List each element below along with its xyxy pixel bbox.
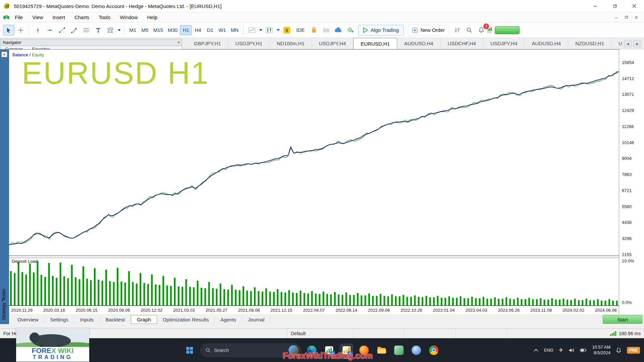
chart-tab-nd100m-h1[interactable]: ND100m,H1: [270, 38, 312, 49]
chart-tab-nzdusd-h1[interactable]: NZDUSD,H1: [568, 38, 611, 49]
navigator-panel-header[interactable]: Navigator ×: [0, 39, 182, 46]
menu-help[interactable]: Help: [143, 12, 162, 22]
taskbar-icon-app-green[interactable]: [392, 344, 406, 357]
timeframe-w1[interactable]: W1: [216, 25, 228, 35]
notifications-bell-button[interactable]: 2: [476, 25, 487, 36]
strategy-tester-label: Strategy Tester: [1, 289, 6, 320]
flight-mode-icon[interactable]: ✈: [559, 347, 563, 353]
language-indicator[interactable]: ENG: [544, 348, 553, 353]
channel-tool-button[interactable]: [68, 25, 80, 36]
navigator-tab-favorites[interactable]: Favorites: [28, 47, 55, 49]
tester-tab-optimization-results[interactable]: Optimization Results: [157, 315, 215, 324]
navigator-tab-common[interactable]: Common: [0, 47, 28, 49]
chart-tab-u[interactable]: U: [611, 38, 623, 49]
ide-button[interactable]: IDE: [293, 25, 308, 36]
taskbar-icon-app-blue[interactable]: [410, 344, 423, 357]
chart-tab-usdjpy-h4[interactable]: USDJPY,H4: [483, 38, 525, 49]
tester-tab-journal[interactable]: Journal: [242, 315, 270, 324]
tune-sliders-button[interactable]: [451, 25, 463, 36]
timeframe-m5[interactable]: M5: [139, 25, 151, 35]
chart-tab-audusd-h4[interactable]: AUDUSD,H4: [525, 38, 568, 49]
timeframe-mn[interactable]: MN: [228, 25, 241, 35]
line-chart-type-button[interactable]: [246, 25, 258, 36]
fibonacci-tool-button[interactable]: [80, 25, 92, 36]
tray-chevron-up-icon[interactable]: [533, 349, 539, 352]
clock[interactable]: 10:57 AM 9/3/2024: [592, 345, 610, 356]
deposit-load-bar: [562, 299, 564, 305]
minimize-button[interactable]: [586, 0, 605, 12]
price-axis[interactable]: 1585414712135711242911288101469004786367…: [619, 49, 644, 314]
market-dollar-button[interactable]: $: [281, 25, 292, 36]
chart-tab-audusd-h4[interactable]: AUDUSD,H4: [397, 38, 441, 49]
deposit-max-label: 10.0%: [622, 258, 634, 263]
volume-icon[interactable]: [569, 348, 575, 353]
deposit-load-bar: [544, 300, 545, 305]
balance-chart-area[interactable]: Balance / Equity EURUSD H1: [9, 49, 619, 256]
notification-bell-icon[interactable]: [616, 347, 622, 353]
taskbar-icon-explorer[interactable]: [375, 344, 388, 357]
status-profile[interactable]: Default: [287, 329, 353, 338]
cloud-icon-button[interactable]: [332, 25, 344, 36]
candle-chart-dropdown-arrow[interactable]: [276, 25, 280, 36]
close-button[interactable]: [625, 0, 644, 12]
tester-tab-overview[interactable]: Overview: [12, 315, 45, 324]
line-chart-dropdown-arrow[interactable]: [258, 25, 263, 36]
deposit-load-bar: [60, 262, 61, 305]
strategy-tester-strip[interactable]: × Strategy Tester: [0, 49, 9, 324]
tester-tab-inputs[interactable]: Inputs: [74, 315, 100, 324]
crosshair-tool-button[interactable]: [15, 25, 26, 36]
child-close-button[interactable]: [632, 14, 641, 21]
date-axis[interactable]: 2019.11.292020.03.162020.06.152020.08.06…: [9, 306, 619, 314]
timeframe-m1[interactable]: M1: [127, 25, 139, 35]
chart-tab-usdjpy-h1[interactable]: USDJPY,H1: [228, 38, 270, 49]
tester-tab-graph[interactable]: Graph: [131, 315, 157, 324]
menu-window[interactable]: Window: [115, 12, 142, 22]
menu-tools[interactable]: Tools: [94, 12, 115, 22]
deposit-load-bar: [532, 299, 534, 306]
tester-tab-agents[interactable]: Agents: [215, 315, 242, 324]
child-minimize-button[interactable]: [612, 14, 621, 21]
cursor-tool-button[interactable]: [3, 25, 14, 36]
tester-tab-backtest[interactable]: Backtest: [100, 315, 131, 324]
chart-tab-usdchf-h4[interactable]: USDCHF,H4: [441, 38, 483, 49]
timeframe-h4[interactable]: H4: [192, 25, 204, 35]
menu-view[interactable]: View: [28, 12, 48, 22]
tab-scroll-left-button[interactable]: ◂: [624, 40, 632, 47]
start-button[interactable]: Start: [603, 315, 642, 324]
text-tool-button[interactable]: [93, 25, 104, 36]
restore-button[interactable]: [605, 0, 625, 12]
timeframe-m15[interactable]: M15: [151, 25, 165, 35]
timeframe-d1[interactable]: D1: [204, 25, 216, 35]
menu-charts[interactable]: Charts: [70, 12, 94, 22]
new-order-button[interactable]: New Order: [408, 25, 449, 36]
taskbar-icon-chrome[interactable]: [427, 344, 440, 357]
tab-scroll-right-button[interactable]: ▸: [633, 40, 641, 47]
strip-close-icon[interactable]: ×: [1, 52, 7, 57]
tester-tab-settings[interactable]: Settings: [45, 315, 74, 324]
community-globe-button[interactable]: [344, 25, 356, 36]
chart-tab-gbpjpy-h1[interactable]: GBPJPY,H1: [187, 38, 228, 49]
signals-icon-button[interactable]: ((o)): [320, 25, 332, 36]
chart-tab-usdjpy-h4[interactable]: USDJPY,H4: [312, 38, 354, 49]
menu-insert[interactable]: Insert: [48, 12, 70, 22]
navigator-close-icon[interactable]: ×: [176, 40, 182, 45]
start-button-windows[interactable]: [183, 344, 196, 357]
shapes-tool-button[interactable]: [105, 25, 116, 36]
menu-file[interactable]: File: [10, 12, 28, 22]
trendline-tool-button[interactable]: [56, 25, 68, 36]
timeframe-h1[interactable]: H1: [180, 25, 192, 35]
deposit-load-bar: [536, 299, 538, 306]
algo-trading-button[interactable]: Algo Trading: [358, 25, 404, 36]
vertical-line-tool-button[interactable]: [32, 25, 44, 36]
deposit-load-panel[interactable]: Deposit Load: [9, 258, 619, 306]
battery-icon[interactable]: [580, 348, 587, 353]
child-restore-button[interactable]: [622, 14, 631, 21]
deposit-load-bar: [338, 294, 339, 305]
horizontal-line-tool-button[interactable]: [44, 25, 56, 36]
chart-tab-eurusd-h1[interactable]: EURUSD,H1: [353, 38, 397, 49]
shapes-dropdown-arrow[interactable]: [117, 25, 121, 36]
market-bag-button[interactable]: [308, 25, 320, 36]
candle-chart-type-button[interactable]: [264, 25, 275, 36]
search-icon-button[interactable]: [464, 25, 475, 36]
timeframe-m30[interactable]: M30: [165, 25, 180, 35]
